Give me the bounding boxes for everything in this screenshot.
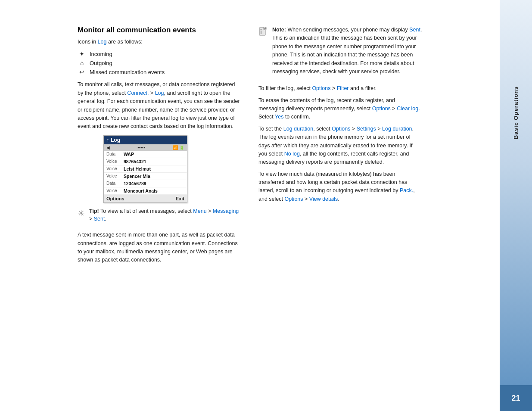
phone-screenshot: ↑ Log ◀ ▪▪▪▪▪ 📶 🔋 Data WAP Voice 987 (103, 135, 187, 203)
menu-link[interactable]: Menu (193, 208, 206, 214)
body-paragraph-1: To monitor all calls, text messages, or … (78, 81, 241, 131)
svg-point-2 (261, 29, 262, 31)
phone-up-arrow-icon: ↑ (106, 137, 109, 143)
footer-exit: Exit (176, 196, 184, 201)
options-link-3[interactable]: Options (332, 126, 350, 132)
no-log-link[interactable]: No log (284, 151, 300, 157)
subtitle-icons: 📶 🔋 (173, 145, 184, 150)
row-type-3: Voice (106, 166, 122, 171)
row-val-2: 987654321 (124, 159, 146, 164)
page-number: 21 (511, 394, 520, 403)
left-column: Monitor all communication events Icons i… (78, 26, 241, 268)
row-type-5: Data (106, 181, 122, 186)
tip-box: ✳ Tip! To view a list of sent messages, … (78, 207, 241, 227)
outgoing-label: Outgoing (90, 60, 112, 66)
log-duration-paragraph: To set the Log duration, select Options … (258, 125, 422, 167)
phone-row: Data WAP (104, 151, 187, 158)
sent-link-note[interactable]: Sent (409, 27, 420, 33)
clear-log-link[interactable]: Clear log (397, 106, 418, 112)
row-type-6: Voice (106, 188, 122, 193)
view-details-link[interactable]: View details (309, 196, 338, 202)
note-box: Note: When sending messages, your phone … (258, 26, 422, 79)
list-item: ✦ Incoming (78, 50, 241, 57)
incoming-icon: ✦ (78, 50, 86, 57)
incoming-label: Incoming (90, 51, 112, 57)
list-item: ⌂ Outgoing (78, 59, 241, 66)
phone-row: Voice Spencer Mia (104, 173, 187, 180)
icon-list: ✦ Incoming ⌂ Outgoing ↩ Missed communica… (78, 50, 241, 75)
svg-rect-1 (261, 31, 261, 34)
log-link-intro[interactable]: Log (98, 39, 107, 45)
subtitle-center: ▪▪▪▪▪ (137, 145, 145, 150)
body-paragraph-2: A text message sent in more than one par… (78, 231, 241, 265)
outgoing-icon: ⌂ (78, 59, 86, 66)
row-type-2: Voice (106, 159, 122, 164)
row-val-3: Leist Helmut (124, 166, 151, 171)
settings-link[interactable]: Settings (357, 126, 376, 132)
tip-icon: ✳ (78, 208, 85, 218)
right-column: Note: When sending messages, your phone … (258, 26, 422, 268)
main-content: Monitor all communication events Icons i… (0, 0, 500, 411)
pack-link[interactable]: Pack. (400, 187, 413, 193)
log-link[interactable]: Log (155, 90, 164, 96)
page-number-box: 21 (500, 385, 532, 411)
phone-title: Log (111, 137, 120, 143)
messaging-link[interactable]: Messaging (213, 208, 239, 214)
tip-text: Tip! To view a list of sent messages, se… (89, 207, 241, 224)
log-duration-link-2[interactable]: Log duration (382, 126, 412, 132)
filter-link[interactable]: Filter (337, 85, 349, 91)
options-link-1[interactable]: Options (312, 85, 330, 91)
phone-title-bar: ↑ Log (104, 136, 187, 144)
page-title: Monitor all communication events (78, 26, 241, 34)
page-container: Monitor all communication events Icons i… (0, 0, 532, 411)
phone-row: Data 123456789 (104, 180, 187, 187)
tip-label: Tip! (89, 208, 99, 214)
options-link-2[interactable]: Options (372, 106, 391, 112)
right-sidebar: Basic Operations 21 (500, 0, 532, 411)
list-item: ↩ Missed communication events (78, 68, 241, 75)
missed-icon: ↩ (78, 68, 86, 75)
phone-subtitle-bar: ◀ ▪▪▪▪▪ 📶 🔋 (104, 144, 187, 151)
missed-label: Missed communication events (90, 69, 165, 75)
icons-intro: Icons in Log are as follows: (78, 38, 241, 46)
log-duration-link-1[interactable]: Log duration (283, 126, 314, 132)
view-details-paragraph: To view how much data (measured in kilob… (258, 170, 422, 204)
erase-paragraph: To erase the contents of the log, recent… (258, 97, 422, 121)
sent-link[interactable]: Sent (94, 216, 105, 222)
phone-row: Voice Leist Helmut (104, 165, 187, 173)
row-val-6: Moncourt Anais (124, 188, 158, 193)
note-text: Note: When sending messages, your phone … (272, 26, 422, 76)
note-icon (258, 27, 268, 38)
row-val-5: 123456789 (124, 181, 146, 186)
yes-link[interactable]: Yes (275, 114, 283, 120)
subtitle-left: ◀ (106, 145, 110, 150)
note-label: Note: (272, 27, 286, 33)
content-columns: Monitor all communication events Icons i… (78, 26, 482, 268)
sidebar-label: Basic Operations (513, 86, 519, 139)
row-val-4: Spencer Mia (124, 174, 150, 179)
filter-paragraph: To filter the log, select Options > Filt… (258, 84, 422, 93)
phone-row: Voice 987654321 (104, 158, 187, 165)
footer-options: Options (106, 196, 124, 201)
row-val-1: WAP (124, 152, 134, 157)
phone-footer: Options Exit (104, 195, 187, 202)
connect-link[interactable]: Connect. (127, 90, 149, 96)
row-type-4: Voice (106, 174, 122, 178)
phone-row: Voice Moncourt Anais (104, 187, 187, 195)
row-type-1: Data (106, 152, 122, 156)
options-link-4[interactable]: Options (284, 196, 303, 202)
